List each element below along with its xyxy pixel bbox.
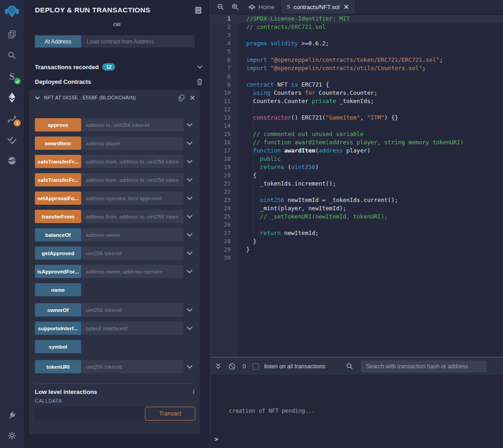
contract-instance-title: NFT AT 0X15E...E558F (BLOCKCHAIN): [44, 95, 136, 100]
transact-button[interactable]: Transact: [145, 407, 195, 421]
info-icon[interactable]: i: [193, 388, 194, 395]
function-button-safeTransferFr[interactable]: safeTransferFr...: [35, 155, 81, 168]
function-button-transferFrom[interactable]: transferFrom: [35, 210, 81, 223]
function-args-input[interactable]: [81, 118, 183, 131]
at-address-button[interactable]: At Address: [35, 35, 81, 48]
close-tab-icon[interactable]: ✕: [343, 4, 349, 10]
code-line: 13 constructor() ERC721("GameItem", "ITM…: [210, 114, 503, 122]
copy-icon[interactable]: [178, 94, 185, 101]
unit-testing-icon[interactable]: [6, 134, 18, 146]
analytics-icon[interactable]: 1: [6, 113, 18, 125]
expand-terminal-icon[interactable]: [215, 363, 221, 370]
plugin-manager-icon[interactable]: [6, 410, 18, 421]
chevron-down-icon[interactable]: [183, 196, 195, 200]
settings-icon[interactable]: [6, 430, 18, 442]
tab-home[interactable]: Home: [243, 0, 281, 14]
deployed-contracts-row: Deployed Contracts: [35, 77, 203, 86]
or-divider: OR: [24, 20, 210, 26]
function-args-input[interactable]: [81, 173, 183, 186]
function-button-tokenURI[interactable]: tokenURI: [35, 360, 81, 373]
sourcify-icon[interactable]: [6, 155, 18, 167]
terminal-search-input[interactable]: [361, 361, 486, 372]
function-args-input[interactable]: [81, 265, 183, 278]
zoom-in-icon[interactable]: [228, 0, 243, 14]
chevron-down-icon[interactable]: [197, 65, 203, 69]
zoom-out-icon[interactable]: [213, 0, 228, 14]
function-args-input[interactable]: [81, 246, 183, 260]
function-button-safeTransferFr[interactable]: safeTransferFr...: [35, 173, 81, 186]
code-line: 25 // _setTokenURI(newItemId, tokenURI);: [210, 213, 503, 221]
code-line: 15 // commented out unused variable: [210, 131, 503, 139]
terminal-output[interactable]: creation of NFT pending... >: [210, 375, 503, 448]
function-button-setApprovalFo[interactable]: setApprovalFo...: [35, 191, 81, 205]
function-row: name: [35, 283, 195, 296]
chevron-down-icon[interactable]: [183, 214, 195, 219]
tab-contracts-nft-sol[interactable]: S contracts/NFT.sol ✕: [281, 0, 355, 14]
code-line: 8: [210, 73, 503, 81]
chevron-down-icon[interactable]: [183, 141, 195, 145]
chevron-down-icon[interactable]: [35, 96, 40, 99]
function-button-getApproved[interactable]: getApproved: [35, 246, 81, 260]
function-row: ownerOf: [35, 303, 195, 317]
function-button-isApprovedFor[interactable]: isApprovedFor...: [35, 265, 81, 278]
function-args-input[interactable]: [81, 210, 183, 223]
function-button-balanceOf[interactable]: balanceOf: [35, 228, 81, 241]
chevron-down-icon[interactable]: [183, 251, 195, 255]
code-editor[interactable]: 1//SPDX-License-Identifier: MIT2// contr…: [210, 14, 503, 357]
function-button-approve[interactable]: approve: [35, 118, 81, 131]
file-explorer-icon[interactable]: [6, 28, 18, 40]
code-line: 21 _tokenIds.increment();: [210, 180, 503, 188]
trash-icon[interactable]: [197, 78, 203, 85]
at-address-input[interactable]: [81, 35, 195, 48]
clear-console-icon[interactable]: [228, 363, 236, 370]
documentation-icon[interactable]: [195, 6, 202, 14]
function-button-symbol[interactable]: symbol: [35, 340, 81, 353]
function-args-input[interactable]: [81, 137, 183, 150]
solidity-file-icon: S: [287, 3, 290, 11]
transactions-count-badge: 12: [102, 63, 115, 71]
function-button-name[interactable]: name: [35, 283, 81, 296]
function-row: safeTransferFr...: [35, 155, 195, 168]
solidity-compiler-icon[interactable]: S: [6, 71, 18, 82]
listen-label: listen on all transactions: [264, 363, 325, 370]
chevron-down-icon[interactable]: [183, 123, 195, 127]
search-icon[interactable]: [6, 49, 18, 61]
function-args-input[interactable]: [81, 191, 183, 205]
function-row: balanceOf: [35, 228, 195, 241]
function-args-input[interactable]: [81, 322, 183, 335]
chevron-down-icon[interactable]: [183, 178, 195, 182]
code-line: 23 uint256 newItemId = _tokenIds.current…: [210, 197, 503, 205]
line-number: 11: [210, 98, 238, 106]
chevron-down-icon[interactable]: [183, 326, 195, 330]
function-row: supportsInterf...: [35, 322, 195, 335]
function-args-input[interactable]: [81, 360, 183, 373]
chevron-down-icon[interactable]: [183, 233, 195, 237]
line-number: 10: [210, 89, 238, 98]
function-args-input[interactable]: [81, 155, 183, 168]
listen-checkbox[interactable]: [253, 363, 259, 370]
deploy-run-icon[interactable]: [6, 92, 18, 104]
chevron-down-icon[interactable]: [183, 269, 195, 273]
terminal-prompt[interactable]: >: [215, 436, 218, 443]
close-icon[interactable]: ✕: [189, 94, 195, 101]
function-button-awardItem[interactable]: awardItem: [35, 137, 81, 150]
function-args-input[interactable]: [81, 228, 183, 241]
terminal-log-line: creation of NFT pending...: [229, 408, 315, 414]
function-args-input[interactable]: [81, 303, 183, 317]
search-icon: [346, 363, 353, 370]
chevron-down-icon[interactable]: [183, 365, 195, 369]
function-button-supportsInterf[interactable]: supportsInterf...: [35, 322, 81, 335]
code-line: 28 }: [210, 238, 503, 246]
function-button-ownerOf[interactable]: ownerOf: [35, 303, 81, 317]
line-number: 4: [210, 40, 238, 48]
code-line: 14: [210, 122, 503, 131]
chevron-down-icon[interactable]: [183, 159, 195, 164]
line-number: 8: [210, 73, 238, 81]
code-line: 29}: [210, 246, 503, 254]
line-number: 14: [210, 122, 238, 131]
line-number: 6: [210, 56, 238, 65]
pending-tx-count: 0: [243, 363, 246, 370]
chevron-down-icon[interactable]: [183, 308, 195, 312]
calldata-input[interactable]: [35, 407, 145, 421]
terminal-toolbar: 0 listen on all transactions: [210, 357, 503, 375]
